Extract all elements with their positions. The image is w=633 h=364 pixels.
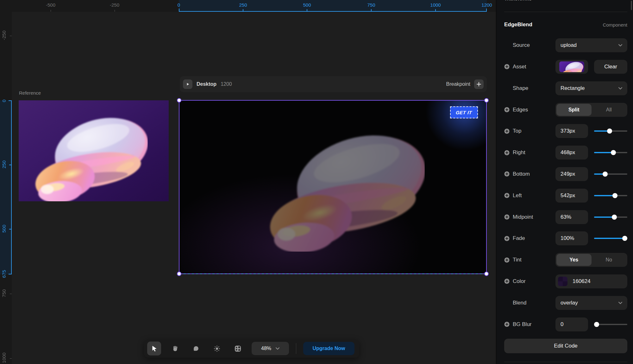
plus-circle-icon[interactable] (504, 279, 510, 284)
top-slider[interactable] (594, 124, 627, 138)
slider-thumb[interactable] (612, 193, 617, 198)
source-dropdown[interactable]: upload (555, 38, 627, 52)
ruler-number: 1000 (1, 353, 7, 364)
reference-label: Reference (19, 90, 41, 96)
bg-blur-slider[interactable] (594, 317, 627, 331)
tint-option-no[interactable]: No (592, 254, 627, 266)
ruler-number: 250 (239, 2, 247, 8)
slider-thumb[interactable] (603, 172, 608, 177)
plus-circle-icon[interactable] (504, 64, 510, 69)
asset-clear-button[interactable]: Clear (594, 60, 627, 74)
selection-handle-bottom-right[interactable] (484, 272, 489, 276)
bottom-slider[interactable] (594, 167, 627, 181)
row-control-midpoint: 63% (555, 210, 627, 224)
tint-option-yes[interactable]: Yes (556, 254, 592, 266)
slider-thumb[interactable] (611, 150, 616, 155)
ruler-number: 675 (1, 270, 7, 279)
asset-thumbnail-button[interactable] (555, 60, 588, 74)
ruler-tick (51, 10, 51, 12)
ruler-number: -250 (110, 2, 119, 8)
color-swatch[interactable] (558, 277, 567, 286)
asset-thumbnail-image (559, 61, 584, 72)
row-control-blend: overlay (555, 296, 627, 310)
panel-scrollbar[interactable] (631, 1, 632, 10)
plus-circle-icon[interactable] (504, 129, 510, 134)
row-control-shape: Rectangle (555, 81, 627, 95)
component-title: EdgeBlend (504, 22, 532, 28)
plus-circle-icon[interactable] (504, 107, 510, 112)
breakpoint-device-label[interactable]: Desktop (197, 81, 216, 87)
edit-code-label: Edit Code (554, 343, 578, 349)
shape-blob-icon (192, 345, 199, 352)
plus-circle-icon[interactable] (504, 214, 510, 220)
edges-option-split[interactable]: Split (556, 104, 592, 116)
ruler-highlight-band (0, 100, 12, 274)
asset-swirl-graphic (560, 62, 583, 72)
right-value-input[interactable]: 468px (555, 146, 588, 160)
plus-icon (477, 82, 481, 86)
breakpoint-bar[interactable]: Desktop 1200 Breakpoint (180, 76, 487, 92)
right-slider[interactable] (594, 146, 627, 160)
fade-value-input[interactable]: 100% (555, 231, 588, 245)
row-top: Top373px (496, 120, 633, 142)
slider-thumb[interactable] (612, 215, 617, 220)
fade-slider[interactable] (594, 231, 627, 245)
transforms-section-clipped[interactable]: Transforms⌃ (504, 0, 627, 3)
row-label-bg-blur: BG Blur (504, 314, 532, 335)
row-label-edges: Edges (504, 99, 528, 121)
sun-icon (213, 345, 221, 352)
slider-thumb[interactable] (594, 322, 599, 327)
selection-handle-top-left[interactable] (177, 98, 181, 103)
plus-circle-icon[interactable] (504, 150, 510, 155)
blend-dropdown[interactable]: overlay (555, 296, 627, 310)
row-bg-blur: BG Blur0 (496, 314, 633, 335)
selection-handle-top-right[interactable] (484, 98, 489, 103)
zoom-level-select[interactable]: 48% (252, 342, 289, 355)
preview-play-button[interactable] (183, 79, 192, 89)
canvas-frame-desktop[interactable]: GET IT (179, 100, 487, 274)
select-tool-button[interactable] (147, 342, 161, 355)
ruler-number: 0 (178, 2, 180, 8)
row-control-left: 542px (555, 189, 627, 203)
ruler-highlight-line (11, 100, 12, 274)
upgrade-now-button[interactable]: Upgrade Now (303, 342, 354, 355)
bottom-value-input[interactable]: 249px (555, 167, 588, 181)
add-breakpoint-button[interactable] (474, 79, 484, 89)
color-input[interactable]: 160624 (555, 274, 627, 288)
get-it-button[interactable]: GET IT (450, 106, 478, 118)
shape-tool-button[interactable] (189, 342, 203, 355)
brightness-tool-button[interactable] (210, 342, 224, 355)
selection-handle-bottom-left[interactable] (177, 272, 181, 276)
shape-dropdown[interactable]: Rectangle (555, 81, 627, 95)
pan-tool-button[interactable] (168, 342, 182, 355)
ruler-tick (115, 10, 115, 12)
slider-thumb[interactable] (622, 236, 627, 241)
plus-circle-icon[interactable] (504, 322, 510, 327)
bottom-toolbar: 48% Upgrade Now (144, 339, 359, 358)
midpoint-slider[interactable] (594, 210, 627, 224)
plus-circle-icon[interactable] (504, 171, 510, 177)
plus-circle-icon[interactable] (504, 257, 510, 263)
row-control-top: 373px (555, 124, 627, 138)
midpoint-value-input[interactable]: 63% (555, 210, 588, 224)
row-label-blend: Blend (504, 292, 526, 314)
slider-thumb[interactable] (607, 129, 612, 134)
breakpoint-label: Breakpoint (446, 81, 471, 87)
row-control-source: upload (555, 38, 627, 52)
bg-blur-value-input[interactable]: 0 (555, 317, 588, 331)
left-slider[interactable] (594, 189, 627, 203)
edit-code-button[interactable]: Edit Code (504, 339, 627, 353)
plus-circle-icon[interactable] (504, 236, 510, 241)
plus-circle-icon[interactable] (504, 193, 510, 198)
ruler-tick (307, 9, 307, 12)
top-value-input[interactable]: 373px (555, 124, 588, 138)
ruler-cap (486, 9, 487, 12)
reference-image[interactable] (19, 100, 169, 201)
left-value-input[interactable]: 542px (555, 189, 588, 203)
edges-option-all[interactable]: All (592, 104, 627, 116)
row-control-edges: SplitAll (555, 103, 627, 117)
row-shape: ShapeRectangle (496, 78, 633, 99)
ruler-cap (179, 9, 179, 12)
insert-tool-button[interactable] (231, 342, 245, 355)
slider-fill (594, 217, 614, 218)
